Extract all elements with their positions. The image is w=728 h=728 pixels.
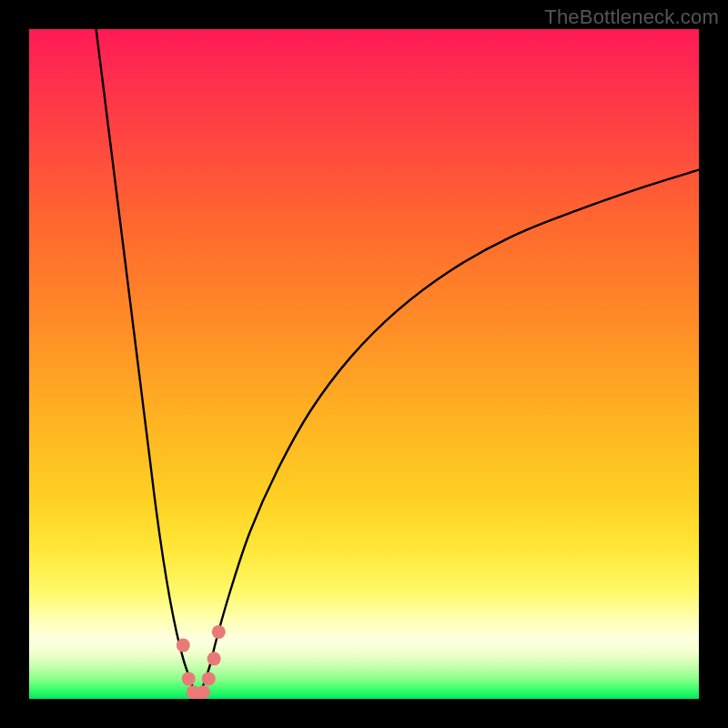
plot-area xyxy=(29,29,699,699)
trough-marker xyxy=(182,672,196,685)
watermark-text: TheBottleneck.com xyxy=(544,5,719,29)
curve-layer xyxy=(29,29,699,699)
trough-marker xyxy=(207,652,221,665)
trough-marker xyxy=(212,625,226,639)
trough-marker xyxy=(202,672,216,685)
trough-marker xyxy=(177,639,190,652)
chart-frame: TheBottleneck.com xyxy=(0,0,728,728)
curve-left-branch xyxy=(96,29,197,699)
trough-marker xyxy=(197,685,210,699)
curve-right-branch xyxy=(197,170,699,699)
